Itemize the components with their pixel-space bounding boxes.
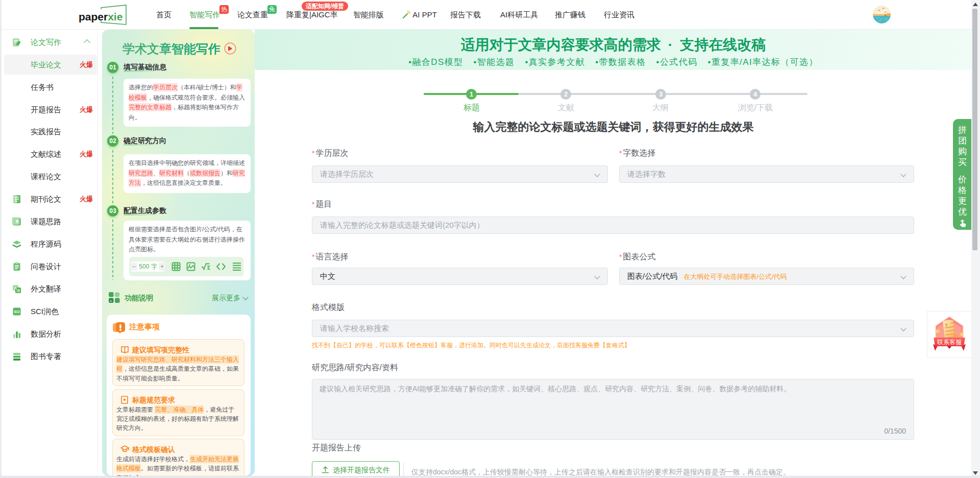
svg-text:SCI: SCI bbox=[14, 310, 20, 314]
svg-text:联系客服: 联系客服 bbox=[937, 339, 962, 346]
svg-text:A: A bbox=[14, 286, 17, 291]
